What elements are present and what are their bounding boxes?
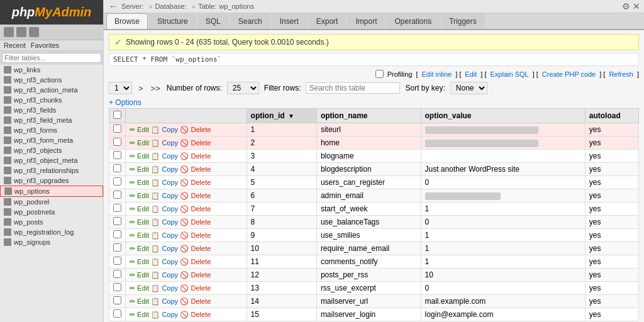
delete-link[interactable]: 🚫 Delete: [180, 179, 211, 186]
row-checkbox[interactable]: [113, 164, 121, 172]
sidebar-item-wp_nf3_fields[interactable]: wp_nf3_fields: [0, 105, 103, 115]
copy-link[interactable]: 📋 Copy: [151, 258, 178, 265]
sidebar-item-wp_nf3_object_meta[interactable]: wp_nf3_object_meta: [0, 155, 103, 165]
edit-link[interactable]: Edit: [465, 70, 477, 78]
copy-link[interactable]: 📋 Copy: [151, 284, 178, 292]
row-checkbox[interactable]: [113, 125, 121, 133]
row-checkbox[interactable]: [113, 177, 121, 186]
edit-link[interactable]: ✏ Edit: [130, 297, 149, 305]
sidebar-item-wp_postmeta[interactable]: wp_postmeta: [0, 207, 103, 217]
exit-icon[interactable]: ✕: [633, 1, 640, 11]
settings-icon[interactable]: ⚙: [622, 1, 630, 11]
copy-link[interactable]: 📋 Copy: [151, 179, 178, 186]
copy-link[interactable]: 📋 Copy: [151, 231, 178, 239]
sidebar-item-wp_nf3_field_meta[interactable]: wp_nf3_field_meta: [0, 115, 103, 125]
delete-link[interactable]: 🚫 Delete: [180, 297, 211, 305]
row-checkbox[interactable]: [113, 309, 121, 318]
tab-browse[interactable]: Browse: [106, 13, 148, 29]
delete-link[interactable]: 🚫 Delete: [180, 258, 211, 265]
row-checkbox[interactable]: [113, 257, 121, 265]
row-checkbox[interactable]: [113, 151, 121, 159]
copy-link[interactable]: 📋 Copy: [151, 126, 178, 133]
sidebar-item-wp_nf3_objects[interactable]: wp_nf3_objects: [0, 145, 103, 155]
row-checkbox[interactable]: [113, 204, 121, 212]
header-autoload[interactable]: autoload: [585, 109, 638, 123]
edit-link[interactable]: ✏ Edit: [130, 245, 149, 252]
sidebar-item-wp_nf3_forms[interactable]: wp_nf3_forms: [0, 125, 103, 135]
sort-select[interactable]: None: [450, 82, 487, 94]
row-checkbox[interactable]: [113, 191, 121, 199]
copy-link[interactable]: 📋 Copy: [151, 297, 178, 305]
edit-link[interactable]: ✏ Edit: [130, 165, 149, 173]
explain-sql-link[interactable]: Explain SQL: [491, 70, 529, 78]
refresh-link[interactable]: Refresh: [609, 70, 633, 78]
copy-link[interactable]: 📋 Copy: [151, 205, 178, 213]
edit-link[interactable]: ✏ Edit: [130, 139, 149, 147]
page-select[interactable]: 1: [109, 82, 132, 94]
profiling-checkbox[interactable]: [375, 70, 384, 78]
copy-link[interactable]: 📋 Copy: [151, 271, 178, 279]
edit-link[interactable]: ✏ Edit: [130, 205, 149, 213]
header-option-id[interactable]: option_id ▼: [247, 109, 316, 123]
refresh-icon[interactable]: [16, 27, 26, 37]
row-checkbox[interactable]: [113, 217, 121, 225]
recent-tab[interactable]: Recent: [4, 42, 26, 49]
sidebar-item-wp_signups[interactable]: wp_signups: [0, 237, 103, 247]
row-checkbox[interactable]: [113, 296, 121, 304]
delete-link[interactable]: 🚫 Delete: [180, 139, 211, 147]
tab-structure[interactable]: Structure: [149, 13, 196, 29]
favorites-tab[interactable]: Favorites: [31, 42, 59, 49]
header-option-value[interactable]: option_value: [421, 109, 585, 123]
tab-operations[interactable]: Operations: [386, 13, 440, 29]
sidebar-item-wp_nf3_form_meta[interactable]: wp_nf3_form_meta: [0, 135, 103, 145]
copy-link[interactable]: 📋 Copy: [151, 165, 178, 173]
copy-link[interactable]: 📋 Copy: [151, 311, 178, 318]
edit-link[interactable]: ✏ Edit: [130, 152, 149, 160]
edit-link[interactable]: ✏ Edit: [130, 231, 149, 239]
sidebar-item-wp_nf3_upgrades[interactable]: wp_nf3_upgrades: [0, 175, 103, 186]
tab-export[interactable]: Export: [308, 13, 347, 29]
sidebar-item-wp_posts[interactable]: wp_posts: [0, 217, 103, 227]
edit-link[interactable]: ✏ Edit: [130, 192, 149, 199]
settings-icon[interactable]: [29, 27, 39, 37]
delete-link[interactable]: 🚫 Delete: [180, 126, 211, 133]
copy-link[interactable]: 📋 Copy: [151, 192, 178, 199]
delete-link[interactable]: 🚫 Delete: [180, 231, 211, 239]
next-button[interactable]: >: [137, 84, 145, 93]
back-button[interactable]: ←: [108, 1, 119, 11]
delete-link[interactable]: 🚫 Delete: [180, 271, 211, 279]
edit-link[interactable]: ✏ Edit: [130, 218, 149, 226]
copy-link[interactable]: 📋 Copy: [151, 139, 178, 147]
row-checkbox[interactable]: [113, 270, 121, 278]
delete-link[interactable]: 🚫 Delete: [180, 284, 211, 292]
sidebar-item-wp_podsrel[interactable]: wp_podsrel: [0, 197, 103, 207]
sidebar-item-wp_options[interactable]: wp_options: [0, 186, 103, 197]
sidebar-item-wp_links[interactable]: wp_links: [0, 65, 103, 75]
edit-link[interactable]: ✏ Edit: [130, 311, 149, 318]
home-icon[interactable]: [4, 27, 14, 37]
copy-link[interactable]: 📋 Copy: [151, 218, 178, 226]
sidebar-item-wp_nf3_relationships[interactable]: wp_nf3_relationships: [0, 165, 103, 175]
delete-link[interactable]: 🚫 Delete: [180, 311, 211, 318]
edit-link[interactable]: ✏ Edit: [130, 179, 149, 186]
options-link[interactable]: + Options: [104, 97, 644, 108]
delete-link[interactable]: 🚫 Delete: [180, 205, 211, 213]
row-checkbox[interactable]: [113, 138, 121, 146]
sidebar-item-wp_nf3_chunks[interactable]: wp_nf3_chunks: [0, 95, 103, 105]
tab-import[interactable]: Import: [347, 13, 385, 29]
edit-inline-link[interactable]: Edit inline: [421, 70, 452, 78]
delete-link[interactable]: 🚫 Delete: [180, 152, 211, 160]
rows-select[interactable]: 2550100: [227, 82, 259, 94]
sidebar-item-wp_registration_log[interactable]: wp_registration_log: [0, 227, 103, 237]
edit-link[interactable]: ✏ Edit: [130, 258, 149, 265]
edit-link[interactable]: ✏ Edit: [130, 126, 149, 133]
header-option-name[interactable]: option_name: [316, 109, 421, 123]
tab-search[interactable]: Search: [230, 13, 270, 29]
delete-link[interactable]: 🚫 Delete: [180, 192, 211, 199]
tab-triggers[interactable]: Triggers: [441, 13, 485, 29]
edit-link[interactable]: ✏ Edit: [130, 271, 149, 279]
sidebar-search-input[interactable]: [2, 53, 101, 63]
delete-link[interactable]: 🚫 Delete: [180, 245, 211, 252]
delete-link[interactable]: 🚫 Delete: [180, 165, 211, 173]
copy-link[interactable]: 📋 Copy: [151, 152, 178, 160]
